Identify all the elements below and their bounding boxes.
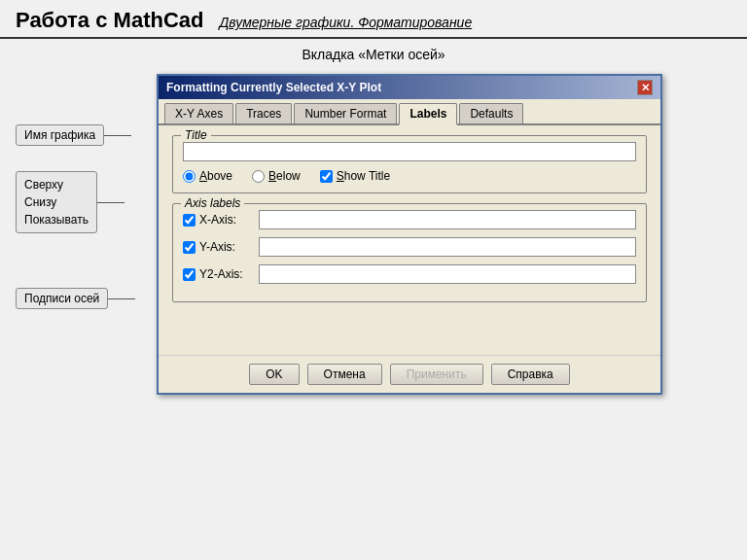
x-axis-checkbox[interactable] xyxy=(183,214,196,227)
title-input[interactable] xyxy=(183,142,636,161)
tab-xy-axes[interactable]: X-Y Axes xyxy=(164,103,233,123)
y2-axis-checkbox[interactable] xyxy=(183,268,196,281)
position-radio-row: Above Below Show Title xyxy=(183,169,636,183)
tab-traces[interactable]: Traces xyxy=(235,103,292,123)
page-subtitle: Вкладка «Метки осей» xyxy=(0,39,747,70)
help-button[interactable]: Справка xyxy=(491,364,570,385)
axis-labels-group-label: Axis labels xyxy=(181,196,244,210)
above-radio-label[interactable]: Above xyxy=(183,169,232,183)
y-axis-row: Y-Axis: xyxy=(183,237,636,257)
main-area: Имя графика СверхуСнизуПоказывать Подпис… xyxy=(0,70,747,399)
title-group: Title Above Below Show Title xyxy=(172,135,647,193)
axis-labels-group: Axis labels X-Axis: Y-Axis: xyxy=(172,203,647,302)
y2-axis-checkbox-label[interactable]: Y2-Axis: xyxy=(183,267,251,281)
cancel-button[interactable]: Отмена xyxy=(307,364,382,385)
show-title-checkbox[interactable] xyxy=(320,170,333,183)
title-group-label: Title xyxy=(181,128,211,142)
tab-defaults[interactable]: Defaults xyxy=(459,103,523,123)
annotation-axis-labels-box: Подписи осей xyxy=(16,288,108,309)
header: Работа с MathCad Двумерные графики. Форм… xyxy=(0,0,747,39)
tab-number-format[interactable]: Number Format xyxy=(294,103,397,123)
dialog-footer: OK Отмена Применить Справка xyxy=(159,355,660,393)
tab-labels[interactable]: Labels xyxy=(399,103,457,125)
y2-axis-input[interactable] xyxy=(259,264,636,284)
annotations-panel: Имя графика СверхуСнизуПоказывать Подпис… xyxy=(16,74,157,395)
y-axis-checkbox-label[interactable]: Y-Axis: xyxy=(183,240,251,254)
dialog-content: Title Above Below Show Title xyxy=(159,125,660,351)
annotation-graph-name: Имя графика xyxy=(16,124,131,146)
annotation-position: СверхуСнизуПоказывать xyxy=(16,171,124,233)
x-axis-row: X-Axis: xyxy=(183,210,636,229)
above-radio[interactable] xyxy=(183,170,196,183)
x-axis-checkbox-label[interactable]: X-Axis: xyxy=(183,213,251,227)
app-subtitle: Двумерные графики. Форматирование xyxy=(219,15,472,30)
ann-line-axis-labels xyxy=(108,298,135,299)
x-axis-input[interactable] xyxy=(259,210,636,229)
show-title-checkbox-label[interactable]: Show Title xyxy=(320,169,390,183)
y2-axis-row: Y2-Axis: xyxy=(183,264,636,284)
app-title: Работа с MathCad xyxy=(16,8,203,33)
annotation-graph-name-box: Имя графика xyxy=(16,124,104,146)
below-radio-label[interactable]: Below xyxy=(252,169,301,183)
dialog-titlebar: Formatting Currently Selected X-Y Plot ✕ xyxy=(159,76,660,99)
below-radio[interactable] xyxy=(252,170,265,183)
y-axis-input[interactable] xyxy=(259,237,636,257)
ok-button[interactable]: OK xyxy=(249,364,299,385)
close-button[interactable]: ✕ xyxy=(637,80,653,95)
ann-line-graph-name xyxy=(104,135,131,136)
annotation-axis-labels: Подписи осей xyxy=(16,288,135,309)
spacer xyxy=(172,312,647,341)
y-axis-checkbox[interactable] xyxy=(183,241,196,254)
ann-line-position xyxy=(97,202,124,203)
apply-button[interactable]: Применить xyxy=(390,364,483,385)
y-axis-label-text: Y-Axis: xyxy=(199,240,235,254)
dialog-title-text: Formatting Currently Selected X-Y Plot xyxy=(166,81,381,94)
tabs-container: X-Y Axes Traces Number Format Labels Def… xyxy=(159,99,660,125)
dialog-window: Formatting Currently Selected X-Y Plot ✕… xyxy=(157,74,662,395)
annotation-position-box: СверхуСнизуПоказывать xyxy=(16,171,97,233)
y2-axis-label-text: Y2-Axis: xyxy=(199,267,243,281)
x-axis-label-text: X-Axis: xyxy=(199,213,236,227)
